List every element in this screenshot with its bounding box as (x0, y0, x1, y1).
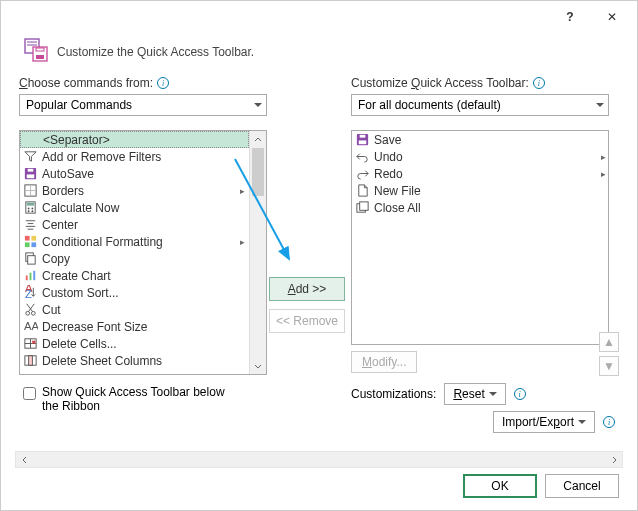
add-button[interactable]: Add >> (269, 277, 345, 301)
item-label: Center (42, 218, 78, 232)
svg-rect-28 (25, 276, 27, 281)
item-label: Redo (374, 167, 403, 181)
help-button[interactable]: ? (549, 3, 591, 31)
list-item[interactable]: AADecrease Font Size (20, 318, 249, 335)
item-label: New File (374, 184, 421, 198)
scroll-right-icon[interactable] (605, 452, 622, 467)
sort-icon: AZ (22, 285, 38, 301)
scroll-down-icon[interactable] (250, 357, 266, 374)
list-item[interactable]: Add or Remove Filters (20, 148, 249, 165)
list-item[interactable]: AZCustom Sort... (20, 284, 249, 301)
item-label: Create Chart (42, 269, 111, 283)
list-item[interactable]: <Separator> (20, 131, 249, 148)
reorder-buttons: ▲ ▼ (599, 332, 619, 376)
close-button[interactable]: ✕ (591, 3, 633, 31)
choose-commands-label: Choose commands from: i (19, 76, 267, 90)
info-icon[interactable]: i (157, 77, 169, 89)
chevron-down-icon (578, 420, 586, 424)
save-icon (354, 132, 370, 148)
customizations-row: Customizations: Reset i (351, 383, 609, 405)
choose-commands-combo[interactable]: Popular Commands (19, 94, 267, 116)
modify-button[interactable]: Modify... (351, 351, 417, 373)
svg-point-15 (31, 208, 33, 210)
svg-rect-50 (359, 202, 367, 210)
svg-rect-22 (24, 236, 29, 241)
list-item[interactable]: Undo▸ (352, 148, 608, 165)
delcols-icon (22, 353, 38, 369)
scroll-up-icon[interactable] (250, 131, 266, 148)
svg-rect-13 (26, 203, 34, 206)
svg-rect-23 (31, 236, 36, 241)
undo-icon (354, 149, 370, 165)
checkbox-input[interactable] (23, 387, 36, 400)
customizations-label: Customizations: (351, 387, 436, 401)
left-column: Choose commands from: i Popular Commands… (19, 76, 267, 433)
list-item[interactable]: New File (352, 182, 608, 199)
remove-button[interactable]: << Remove (269, 309, 345, 333)
info-icon[interactable]: i (533, 77, 545, 89)
scrollbar-horizontal[interactable] (15, 451, 623, 468)
move-up-button[interactable]: ▲ (599, 332, 619, 352)
svg-rect-29 (29, 273, 31, 281)
list-item[interactable]: Center (20, 216, 249, 233)
svg-point-33 (25, 311, 29, 315)
submenu-arrow-icon: ▸ (240, 237, 245, 247)
item-label: Add or Remove Filters (42, 150, 161, 164)
customize-scope-combo[interactable]: For all documents (default) (351, 94, 609, 116)
svg-text:A: A (31, 320, 38, 332)
list-item[interactable]: Save (352, 131, 608, 148)
dialog-title: Customize the Quick Access Toolbar. (57, 45, 254, 59)
svg-text:Z: Z (24, 288, 31, 300)
svg-rect-7 (26, 174, 34, 178)
cut-icon (22, 302, 38, 318)
list-item[interactable]: Redo▸ (352, 165, 608, 182)
show-below-ribbon-checkbox[interactable]: Show Quick Access Toolbar below the Ribb… (19, 385, 229, 413)
list-item[interactable]: Delete Cells... (20, 335, 249, 352)
list-item[interactable]: Copy (20, 250, 249, 267)
svg-rect-48 (359, 135, 365, 138)
chevron-down-icon (596, 103, 604, 107)
newfile-icon (354, 183, 370, 199)
item-label: Conditional Formatting (42, 235, 163, 249)
item-label: Close All (374, 201, 421, 215)
qat-listbox[interactable]: SaveUndo▸Redo▸New FileClose All (351, 130, 609, 345)
list-item[interactable]: Create Chart (20, 267, 249, 284)
item-label: Copy (42, 252, 70, 266)
list-item[interactable]: Calculate Now (20, 199, 249, 216)
scroll-left-icon[interactable] (16, 452, 33, 467)
ok-button[interactable]: OK (463, 474, 537, 498)
cancel-button[interactable]: Cancel (545, 474, 619, 498)
item-label: Undo (374, 150, 403, 164)
svg-rect-27 (27, 256, 35, 264)
scroll-thumb[interactable] (252, 148, 264, 196)
list-item[interactable]: AutoSave (20, 165, 249, 182)
reset-button[interactable]: Reset (444, 383, 505, 405)
svg-point-17 (31, 210, 33, 212)
list-item[interactable]: Cut (20, 301, 249, 318)
sep-icon (23, 132, 39, 148)
info-icon[interactable]: i (603, 416, 615, 428)
list-item[interactable]: Borders▸ (20, 182, 249, 199)
svg-rect-4 (36, 55, 44, 59)
info-icon[interactable]: i (514, 388, 526, 400)
list-item[interactable]: Close All (352, 199, 608, 216)
dialog-header: Customize the Quick Access Toolbar. (1, 33, 637, 76)
chevron-down-icon (489, 392, 497, 396)
list-item[interactable]: Delete Sheet Columns (20, 352, 249, 369)
svg-rect-24 (24, 242, 29, 247)
center-icon (22, 217, 38, 233)
svg-rect-47 (358, 140, 366, 144)
submenu-arrow-icon: ▸ (240, 186, 245, 196)
list-item[interactable]: Conditional Formatting▸ (20, 233, 249, 250)
svg-rect-25 (31, 242, 36, 247)
item-label: Calculate Now (42, 201, 119, 215)
move-down-button[interactable]: ▼ (599, 356, 619, 376)
commands-listbox[interactable]: <Separator>Add or Remove FiltersAutoSave… (19, 130, 267, 375)
filter-icon (22, 149, 38, 165)
middle-column: Add >> << Remove (267, 76, 347, 433)
import-export-button[interactable]: Import/Export (493, 411, 595, 433)
scrollbar-vertical[interactable] (249, 131, 266, 374)
item-label: Delete Sheet Columns (42, 354, 162, 368)
svg-point-34 (31, 311, 35, 315)
calc-icon (22, 200, 38, 216)
